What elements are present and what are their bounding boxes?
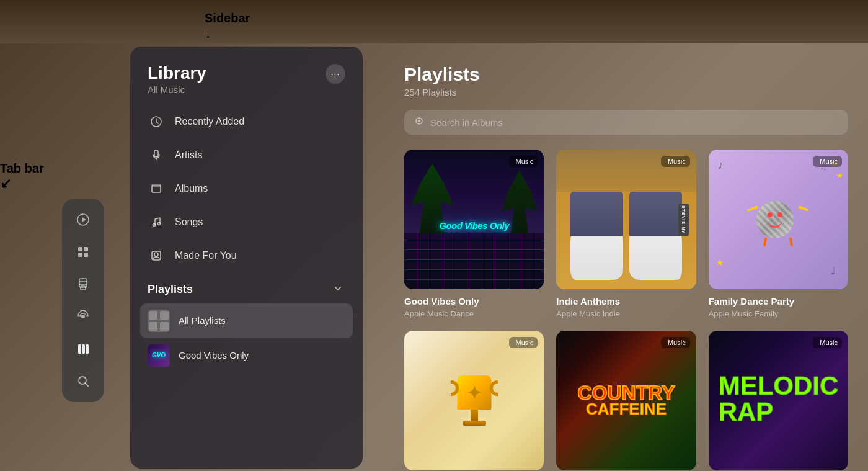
content-header: Playlists 254 Playlists xyxy=(404,64,848,97)
svg-rect-11 xyxy=(78,344,81,354)
playlist-card-family-dance[interactable]: ♪ ♫ ♩ ★ ★ ★ Music Family Dance Party App… xyxy=(709,150,848,318)
svg-rect-5 xyxy=(84,253,88,257)
playlist-card-art-gold: ✦ Music xyxy=(404,331,544,470)
tab-bar xyxy=(62,199,104,402)
svg-rect-18 xyxy=(152,186,161,192)
sidebar-header: Library All Music ··· xyxy=(130,47,363,105)
svg-line-15 xyxy=(86,384,89,387)
playlist-card-title: Family Dance Party xyxy=(709,295,848,308)
sidebar-title-group: Library All Music xyxy=(148,64,206,95)
tab-item-music[interactable] xyxy=(69,271,97,298)
playlist-card-art-good-vibes: Good Vibes Only Music xyxy=(404,150,544,289)
apple-music-badge-country: Music xyxy=(661,337,690,348)
playlists-section-title: Playlists xyxy=(148,283,193,296)
search-mic-icon xyxy=(414,116,424,128)
svg-point-21 xyxy=(158,222,161,225)
search-bar[interactable]: Search in Albums xyxy=(404,110,848,135)
sidebar-item-artists[interactable]: Artists xyxy=(140,138,353,172)
svg-rect-4 xyxy=(78,253,82,257)
playlist-card-good-vibes[interactable]: Good Vibes Only Music Good Vibes Only Ap… xyxy=(404,150,544,318)
tabbar-annotation-text: Tab bar xyxy=(0,161,44,175)
sidebar-item-label: Artists xyxy=(175,150,202,161)
apple-music-badge-family: Music xyxy=(813,156,842,167)
svg-rect-13 xyxy=(86,344,89,354)
search-placeholder: Search in Albums xyxy=(430,117,503,128)
all-playlists-label: All Playlists xyxy=(179,315,226,326)
all-playlists-thumb xyxy=(148,310,170,332)
apple-music-badge-indie: Music xyxy=(661,156,690,167)
note-icon xyxy=(148,213,165,231)
person-icon xyxy=(148,247,165,264)
sidebar-annotation-arrow: ↓ xyxy=(205,25,211,41)
clock-icon xyxy=(148,113,165,130)
sidebar-item-all-playlists[interactable]: All Playlists xyxy=(140,303,353,338)
playlist-card-art-indie-anthems: STEVIE-NY Music xyxy=(556,150,696,289)
svg-marker-1 xyxy=(82,217,86,222)
good-vibes-thumb: GVO xyxy=(148,344,170,367)
playlist-card-subtitle: Apple Music Dance xyxy=(404,309,544,318)
sidebar: Library All Music ··· Recently Added xyxy=(130,47,363,469)
playlist-card-title: Good Vibes Only xyxy=(404,295,544,308)
sidebar-annotation-text: Sidebar xyxy=(205,11,250,25)
playlist-card-subtitle: Apple Music Indie xyxy=(556,309,696,318)
playlists-chevron-button[interactable] xyxy=(330,281,345,298)
sidebar-item-songs[interactable]: Songs xyxy=(140,205,353,239)
sidebar-item-label: Made For You xyxy=(175,250,237,261)
playlist-card-art-family-dance: ♪ ♫ ♩ ★ ★ ★ Music xyxy=(709,150,848,289)
playlist-card-country-caffeine[interactable]: Country Caffeine Music Country Caffeine xyxy=(556,331,696,471)
playlist-card-indie-anthems[interactable]: STEVIE-NY Music Indie Anthems Apple Musi… xyxy=(556,150,696,318)
playlist-grid: Good Vibes Only Music Good Vibes Only Ap… xyxy=(404,150,848,471)
sidebar-item-recently-added[interactable]: Recently Added xyxy=(140,105,353,138)
tabbar-annotation-arrow: ↙ xyxy=(0,176,11,191)
playlist-card-gold[interactable]: ✦ Music xyxy=(404,331,544,471)
svg-rect-12 xyxy=(82,344,85,354)
tab-item-play[interactable] xyxy=(69,206,97,233)
sidebar-annotation: Sidebar ↓ xyxy=(205,11,250,42)
svg-rect-25 xyxy=(160,311,169,320)
tab-item-library[interactable] xyxy=(69,335,97,362)
content-count: 254 Playlists xyxy=(404,87,848,97)
tab-item-browse[interactable] xyxy=(69,238,97,266)
playlist-card-melodic-rap[interactable]: MELODIC RAP Music Melodic Rap xyxy=(709,331,848,471)
playlist-card-art-melodic: MELODIC RAP Music xyxy=(709,331,848,470)
svg-rect-27 xyxy=(160,322,169,331)
svg-point-20 xyxy=(153,223,156,226)
content-title: Playlists xyxy=(404,64,848,85)
svg-point-29 xyxy=(418,120,420,122)
sidebar-item-good-vibes-only[interactable]: GVO Good Vibes Only xyxy=(140,338,353,373)
sidebar-item-made-for-you[interactable]: Made For You xyxy=(140,239,353,272)
playlist-card-title: Indie Anthems xyxy=(556,295,696,308)
sidebar-more-button[interactable]: ··· xyxy=(326,64,345,84)
sidebar-title: Library xyxy=(148,64,206,83)
playlist-card-art-country: Country Caffeine Music xyxy=(556,331,696,470)
sidebar-nav: Recently Added Artists Albums xyxy=(130,105,363,469)
apple-music-badge-gold: Music xyxy=(509,337,538,348)
sidebar-item-label: Albums xyxy=(175,183,208,194)
svg-rect-3 xyxy=(84,247,88,251)
svg-rect-26 xyxy=(149,322,157,331)
sidebar-item-albums[interactable]: Albums xyxy=(140,172,353,205)
svg-point-23 xyxy=(154,253,158,256)
svg-rect-2 xyxy=(78,247,82,251)
main-content: Playlists 254 Playlists Search in Albums xyxy=(384,47,868,471)
good-vibes-label: Good Vibes Only xyxy=(179,350,249,361)
tab-item-radio[interactable] xyxy=(69,303,97,330)
tabbar-annotation: Tab bar ↙ xyxy=(0,161,44,192)
svg-rect-24 xyxy=(149,311,157,320)
apple-music-badge: Music xyxy=(509,156,538,167)
sidebar-item-label: Songs xyxy=(175,217,203,228)
sidebar-subtitle: All Music xyxy=(148,84,206,95)
mic-icon xyxy=(148,146,165,164)
playlist-card-subtitle: Apple Music Family xyxy=(709,309,848,318)
album-icon xyxy=(148,180,165,197)
svg-rect-9 xyxy=(81,286,86,290)
tab-item-search[interactable] xyxy=(69,367,97,395)
playlists-section-header: Playlists xyxy=(140,272,353,303)
apple-music-badge-melodic: Music xyxy=(813,337,842,348)
svg-point-10 xyxy=(81,315,85,318)
sidebar-item-label: Recently Added xyxy=(175,116,244,127)
